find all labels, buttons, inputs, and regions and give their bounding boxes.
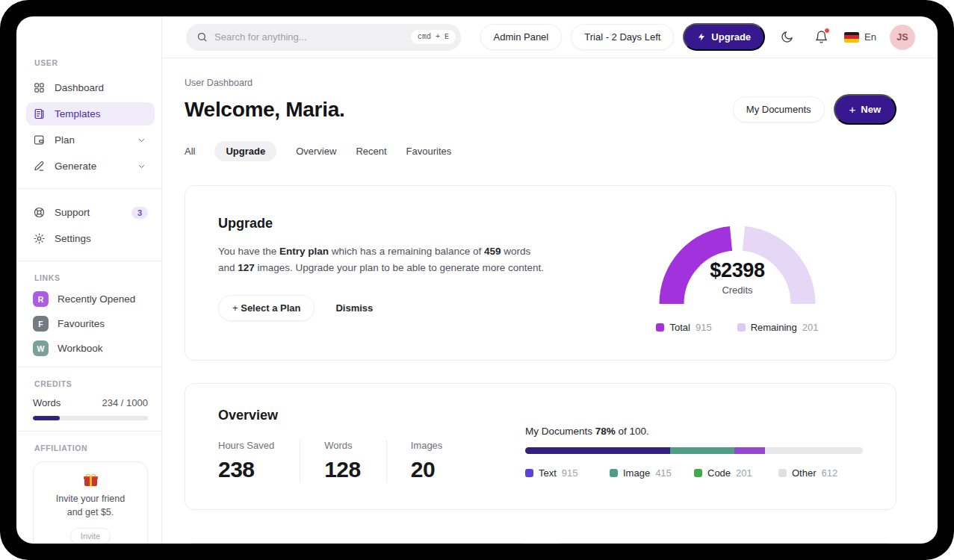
gift-icon bbox=[84, 474, 97, 486]
usage-legend-other: Other612 bbox=[778, 467, 863, 479]
admin-panel-button[interactable]: Admin Panel bbox=[480, 24, 563, 50]
sidebar-divider bbox=[16, 261, 161, 261]
new-button[interactable]: + New bbox=[834, 94, 897, 125]
sidebar-link-label: Favourites bbox=[58, 318, 105, 329]
user-avatar[interactable]: JS bbox=[890, 25, 915, 50]
upgrade-card: Upgrade You have the Entry plan which ha… bbox=[185, 185, 896, 361]
app-window: USER Dashboard Templates Plan Generate bbox=[16, 16, 938, 544]
search-icon bbox=[196, 31, 208, 43]
affiliation-card: Invite your friend and get $5. Invite bbox=[33, 461, 148, 544]
tab-all[interactable]: All bbox=[185, 141, 195, 161]
usage-legend: Text915Image415Code201Other612 bbox=[525, 467, 863, 479]
sidebar-item-dashboard[interactable]: Dashboard bbox=[26, 76, 155, 99]
lightning-icon bbox=[697, 32, 706, 42]
usage-text: My Documents 78% of 100. bbox=[525, 426, 863, 437]
grid-icon bbox=[33, 81, 46, 94]
window-frame: USER Dashboard Templates Plan Generate bbox=[0, 0, 954, 560]
credits-value: 234 / 1000 bbox=[102, 397, 148, 408]
language-switcher[interactable]: En bbox=[844, 31, 876, 43]
templates-icon bbox=[33, 108, 46, 120]
sidebar-section-affiliation: AFFILIATION bbox=[34, 444, 148, 452]
sidebar-item-label: Generate bbox=[55, 161, 96, 172]
sidebar-item-settings[interactable]: Settings bbox=[26, 227, 155, 250]
legend-remaining: Remaining 201 bbox=[737, 322, 819, 333]
sidebar-item-templates[interactable]: Templates bbox=[26, 102, 155, 125]
sidebar-link-workbook[interactable]: W Workbook bbox=[33, 340, 148, 356]
legend-total: Total 915 bbox=[656, 322, 711, 333]
usage-legend-code: Code201 bbox=[694, 467, 778, 479]
sidebar: USER Dashboard Templates Plan Generate bbox=[16, 16, 162, 544]
dark-mode-toggle[interactable] bbox=[774, 25, 799, 50]
breadcrumb: User Dashboard bbox=[185, 78, 896, 88]
usage-block: My Documents 78% of 100. Text915Image415… bbox=[525, 408, 863, 479]
search-shortcut: cmd + E bbox=[411, 30, 456, 44]
plus-icon: + bbox=[232, 302, 241, 314]
sidebar-item-label: Plan bbox=[55, 134, 75, 146]
dismiss-button[interactable]: Dismiss bbox=[335, 302, 373, 314]
wallet-icon bbox=[33, 134, 46, 146]
sidebar-item-label: Templates bbox=[55, 108, 101, 119]
sidebar-item-support[interactable]: Support 3 bbox=[26, 201, 155, 224]
sidebar-divider bbox=[16, 367, 161, 367]
sidebar-section-user: USER bbox=[34, 58, 148, 67]
sidebar-item-label: Dashboard bbox=[55, 82, 104, 93]
usage-legend-text: Text915 bbox=[525, 467, 610, 479]
notifications-button[interactable] bbox=[808, 25, 834, 50]
gear-icon bbox=[33, 232, 46, 245]
tab-overview[interactable]: Overview bbox=[296, 141, 336, 161]
words-progress-bar bbox=[33, 416, 148, 420]
language-label: En bbox=[864, 31, 876, 43]
credits-gauge: $2398 Credits Total 915 bbox=[651, 216, 824, 333]
legend-swatch bbox=[737, 323, 746, 332]
tab-favourites[interactable]: Favourites bbox=[406, 141, 452, 161]
sidebar-link-favourites[interactable]: F Favourites bbox=[33, 316, 148, 332]
plus-icon: + bbox=[849, 103, 856, 116]
moon-icon bbox=[780, 30, 794, 44]
sidebar-item-plan[interactable]: Plan bbox=[26, 128, 155, 152]
tab-upgrade[interactable]: Upgrade bbox=[214, 141, 276, 161]
usage-segment-code bbox=[734, 447, 765, 454]
sidebar-item-generate[interactable]: Generate bbox=[26, 155, 155, 178]
topbar: Search for anything... cmd + E Admin Pan… bbox=[162, 16, 938, 58]
affiliation-text: Invite your friend and get $5. bbox=[43, 492, 138, 519]
sidebar-link-label: Recently Opened bbox=[58, 293, 135, 305]
letter-badge: F bbox=[33, 316, 49, 332]
page-title: Welcome, Maria. bbox=[185, 98, 344, 122]
overview-card-title: Overview bbox=[218, 408, 517, 423]
sidebar-section-credits: CREDITS bbox=[34, 379, 148, 388]
usage-stacked-bar bbox=[525, 447, 863, 454]
trial-button[interactable]: Trial - 2 Days Left bbox=[571, 24, 674, 50]
sidebar-item-label: Support bbox=[55, 207, 90, 218]
pencil-icon bbox=[33, 160, 46, 172]
sidebar-divider bbox=[16, 431, 161, 432]
sidebar-link-label: Workbook bbox=[58, 343, 103, 354]
upgrade-button[interactable]: Upgrade bbox=[683, 23, 765, 51]
lifebuoy-icon bbox=[33, 206, 46, 219]
stat-words: Words 128 bbox=[324, 440, 387, 482]
select-plan-button[interactable]: + Select a Plan bbox=[218, 295, 315, 321]
sidebar-divider bbox=[16, 188, 161, 189]
legend-swatch bbox=[778, 469, 787, 477]
credits-label: Credits bbox=[651, 284, 824, 296]
usage-legend-image: Image415 bbox=[610, 467, 694, 479]
german-flag-icon bbox=[844, 32, 859, 43]
chevron-down-icon bbox=[135, 136, 148, 145]
sidebar-item-label: Settings bbox=[55, 233, 91, 244]
my-documents-button[interactable]: My Documents bbox=[733, 96, 825, 122]
legend-swatch bbox=[525, 469, 533, 477]
sidebar-link-recently-opened[interactable]: R Recently Opened bbox=[33, 291, 148, 307]
credits-label: Words bbox=[33, 397, 61, 408]
content-area: User Dashboard Welcome, Maria. My Docume… bbox=[162, 58, 938, 544]
usage-segment-other bbox=[765, 447, 863, 454]
upgrade-card-body: You have the Entry plan which has a rema… bbox=[218, 243, 547, 277]
stat-images: Images 20 bbox=[411, 440, 468, 482]
search-placeholder: Search for anything... bbox=[214, 31, 404, 43]
stat-hours-saved: Hours Saved 238 bbox=[218, 440, 300, 482]
credits-value: $2398 bbox=[651, 259, 824, 282]
notification-dot bbox=[824, 28, 830, 34]
search-input[interactable]: Search for anything... cmd + E bbox=[186, 24, 461, 51]
stats-row: Hours Saved 238 Words 128 Images 20 bbox=[218, 440, 517, 482]
invite-button[interactable]: Invite bbox=[70, 528, 111, 544]
usage-segment-text bbox=[525, 447, 670, 454]
tab-recent[interactable]: Recent bbox=[356, 141, 386, 161]
